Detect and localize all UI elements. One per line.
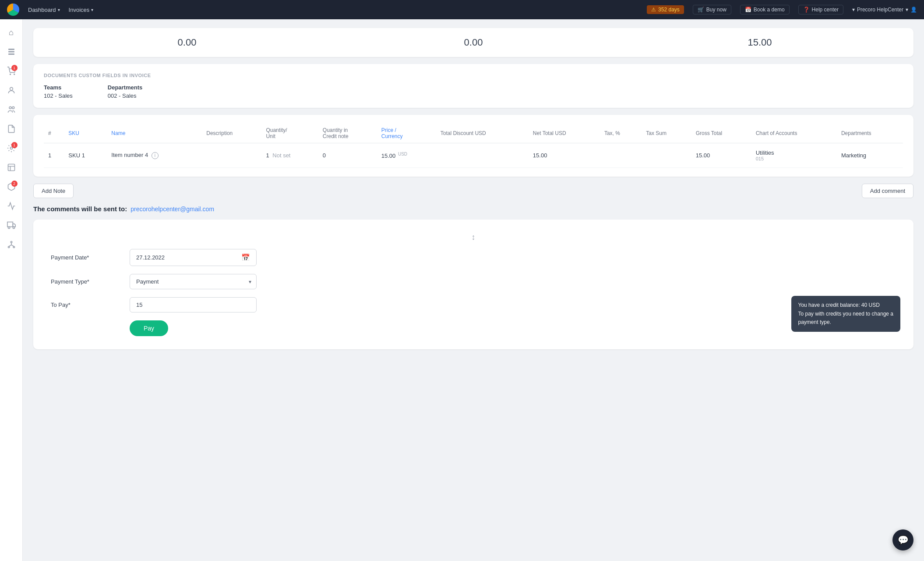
help-nav-icon: ❓ (803, 7, 810, 13)
svg-point-8 (10, 147, 12, 149)
row-chart-accounts: Utilities 015 (751, 143, 837, 168)
col-description: Description (202, 124, 261, 143)
payment-type-select-wrapper: Payment Credit ▾ (130, 274, 257, 289)
sidebar-item-face[interactable] (4, 82, 19, 98)
credit-tooltip: You have a credit balance: 40 USD To pay… (791, 296, 900, 332)
payment-type-row: Payment Type* Payment Credit ▾ (51, 274, 896, 289)
item-info-icon[interactable]: i (152, 152, 159, 159)
row-net-total: 15.00 (529, 143, 600, 168)
svg-rect-9 (8, 164, 14, 171)
comments-sent-email[interactable]: precorohelpcenter@gmail.com (130, 206, 214, 213)
invoice-table-card: # SKU Name Description Quantity/Unit Qua… (33, 115, 913, 177)
chat-icon: 💬 (898, 535, 909, 545)
row-num: 1 (44, 143, 64, 168)
teams-value: 102 - Sales (44, 92, 73, 99)
payment-type-label: Payment Type* (51, 278, 121, 285)
calendar-icon[interactable]: 📅 (241, 253, 250, 262)
svg-marker-11 (13, 224, 15, 227)
add-note-button[interactable]: Add Note (33, 184, 74, 198)
col-gross: Gross Total (691, 124, 751, 143)
sidebar-item-settings[interactable]: 1 (4, 140, 19, 156)
sidebar-item-integrations[interactable] (4, 237, 19, 252)
help-center-button[interactable]: ❓ Help center (798, 5, 843, 14)
comments-sent-section: The comments will be sent to: precorohel… (33, 205, 913, 213)
numbers-card: 0.00 0.00 15.00 (33, 28, 913, 57)
user-avatar-icon: 👤 (910, 7, 917, 13)
col-net-total: Net Total USD (529, 124, 600, 143)
payment-date-row: Payment Date* 27.12.2022 📅 (51, 249, 896, 266)
user-menu[interactable]: ▾ Precoro HelpCenter ▾ 👤 (852, 7, 917, 13)
sidebar: ⌂ 1 1 2 (0, 19, 23, 561)
svg-point-6 (9, 107, 11, 109)
payment-type-select[interactable]: Payment Credit (130, 274, 257, 289)
row-tax-sum (642, 143, 691, 168)
svg-point-13 (13, 227, 14, 228)
col-discount: Total Discount USD (436, 124, 529, 143)
row-name: Item number 4 i (107, 143, 202, 168)
svg-point-12 (8, 227, 10, 228)
book-demo-button[interactable]: 📅 Book a demo (740, 5, 790, 14)
sidebar-item-cart[interactable]: 1 (4, 63, 19, 79)
svg-point-5 (10, 87, 13, 90)
col-name: Name (107, 124, 202, 143)
payment-card: ↕ Payment Date* 27.12.2022 📅 Payment Typ… (33, 220, 913, 349)
payment-date-input[interactable]: 27.12.2022 📅 (130, 249, 257, 266)
svg-point-16 (13, 246, 14, 248)
custom-fields-card: DOCUMENTS CUSTOM FIELDS IN INVOICE Teams… (33, 64, 913, 108)
sidebar-item-budget[interactable] (4, 160, 19, 175)
numbers-row: 0.00 0.00 15.00 (44, 37, 903, 48)
svg-point-3 (10, 74, 11, 75)
chat-bubble-button[interactable]: 💬 (892, 529, 913, 550)
svg-point-4 (14, 74, 14, 75)
sidebar-item-users[interactable] (4, 102, 19, 117)
svg-rect-10 (7, 222, 12, 227)
svg-rect-1 (8, 51, 14, 53)
col-sku: SKU (64, 124, 107, 143)
number-col1: 0.00 (44, 37, 330, 48)
to-pay-label: To Pay* (51, 302, 121, 308)
dashboard-nav-item[interactable]: Dashboard ▾ (28, 7, 60, 13)
pay-button[interactable]: Pay (130, 320, 168, 336)
sidebar-item-orders[interactable] (4, 44, 19, 60)
invoices-nav-item[interactable]: Invoices ▾ (69, 7, 94, 13)
custom-fields-title: DOCUMENTS CUSTOM FIELDS IN INVOICE (44, 73, 903, 78)
payment-date-label: Payment Date* (51, 254, 121, 261)
custom-field-teams: Teams 102 - Sales (44, 84, 73, 99)
to-pay-input[interactable] (130, 297, 257, 312)
top-nav: Dashboard ▾ Invoices ▾ ⚠ 352 days 🛒 Buy … (0, 0, 924, 19)
teams-label: Teams (44, 84, 73, 91)
row-quantity: 1 Not set (261, 143, 318, 168)
sidebar-item-analytics[interactable] (4, 198, 19, 214)
col-tax-sum: Tax Sum (642, 124, 691, 143)
chevron-down-icon: ▾ (852, 7, 855, 13)
chevron-down-icon: ▾ (91, 7, 93, 12)
svg-rect-2 (8, 53, 14, 55)
sidebar-item-catalog[interactable]: 2 (4, 179, 19, 195)
row-description (202, 143, 261, 168)
resize-handle[interactable]: ↕ (51, 233, 896, 242)
trial-warning[interactable]: ⚠ 352 days (647, 5, 684, 14)
col-credit-note: Quantity inCredit note (318, 124, 377, 143)
sidebar-item-home[interactable]: ⌂ (4, 25, 19, 40)
to-pay-row: To Pay* (51, 297, 896, 312)
pay-button-row: Pay (51, 320, 896, 336)
row-departments: Marketing (837, 143, 903, 168)
buy-now-button[interactable]: 🛒 Buy now (693, 5, 731, 14)
svg-rect-0 (8, 49, 14, 50)
table-row: 1 SKU 1 Item number 4 i 1 Not set 0 (44, 143, 903, 168)
row-credit-note: 0 (318, 143, 377, 168)
sidebar-item-delivery[interactable] (4, 217, 19, 233)
add-comment-button[interactable]: Add comment (862, 184, 913, 198)
col-chart: Chart of Accounts (751, 124, 837, 143)
svg-point-15 (8, 246, 9, 248)
col-price: Price /Currency (377, 124, 436, 143)
actions-row: Add Note Add comment (33, 184, 913, 198)
chevron-down-icon: ▾ (906, 7, 908, 13)
sidebar-item-document[interactable] (4, 121, 19, 137)
col-departments: Departments (837, 124, 903, 143)
chevron-down-icon: ▾ (58, 7, 60, 12)
precoro-logo-icon[interactable] (7, 4, 19, 16)
invoice-table: # SKU Name Description Quantity/Unit Qua… (44, 124, 903, 168)
svg-point-7 (12, 107, 14, 109)
number-col3: 15.00 (617, 37, 903, 48)
